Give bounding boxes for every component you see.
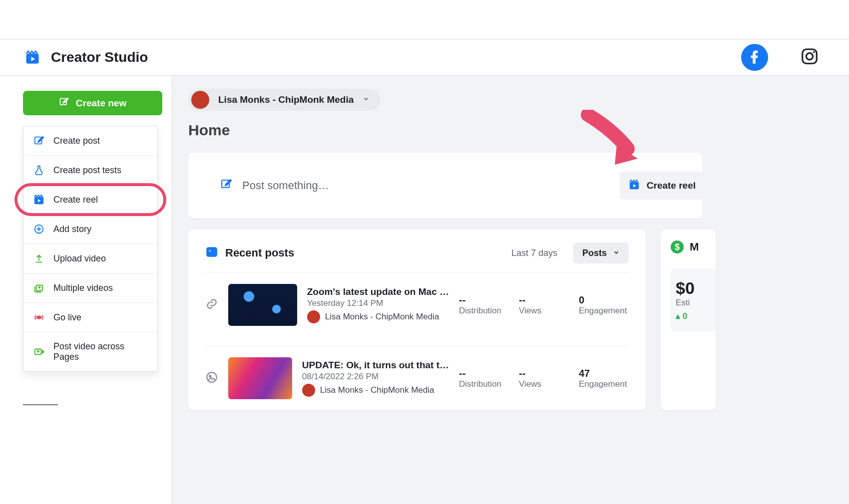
post-date: Yesterday 12:14 PM bbox=[307, 298, 449, 308]
menu-item-label: Multiple videos bbox=[53, 283, 113, 293]
brand-title: Creator Studio bbox=[51, 49, 148, 65]
menu-post-across-pages[interactable]: Post video across Pages bbox=[23, 332, 157, 371]
menu-item-label: Upload video bbox=[53, 253, 106, 264]
post-row[interactable]: UPDATE: Ok, it turns out that t… 08/14/2… bbox=[205, 346, 629, 410]
reel-icon bbox=[629, 179, 640, 193]
metric-value: -- bbox=[459, 368, 509, 379]
posts-filter-label: Posts bbox=[582, 248, 607, 258]
menu-multiple-videos[interactable]: Multiple videos bbox=[23, 273, 157, 303]
menu-add-story[interactable]: Add story bbox=[23, 215, 157, 244]
money-subtitle: Esti bbox=[676, 298, 711, 308]
recent-posts-heading: Recent posts bbox=[225, 247, 294, 259]
create-new-button[interactable]: Create new bbox=[23, 91, 162, 115]
post-author: Lisa Monks - ChipMonk Media bbox=[320, 385, 434, 395]
metric-label: Views bbox=[519, 306, 569, 316]
app-header: Creator Studio bbox=[0, 39, 849, 75]
post-author: Lisa Monks - ChipMonk Media bbox=[325, 312, 439, 322]
menu-item-label: Post video across Pages bbox=[53, 341, 147, 362]
avatar bbox=[302, 384, 315, 397]
compose-icon bbox=[59, 97, 69, 109]
account-name: Lisa Monks - ChipMonk Media bbox=[218, 94, 354, 105]
menu-upload-video[interactable]: Upload video bbox=[23, 244, 157, 273]
live-icon bbox=[33, 312, 44, 323]
account-selector[interactable]: Lisa Monks - ChipMonk Media bbox=[188, 89, 381, 111]
metric-value: 0 bbox=[579, 294, 629, 306]
svg-point-19 bbox=[209, 375, 211, 377]
post-title: Zoom's latest update on Mac … bbox=[307, 286, 449, 297]
arrow-annotation-icon bbox=[578, 110, 648, 172]
monetization-card: $ M $0 Esti ▴ 0 bbox=[661, 230, 716, 410]
main-content: Lisa Monks - ChipMonk Media Home Post so… bbox=[172, 76, 849, 504]
compose-icon bbox=[220, 178, 232, 193]
instagram-tab-icon[interactable] bbox=[800, 47, 819, 68]
svg-rect-17 bbox=[209, 253, 216, 254]
recent-range: Last 7 days bbox=[511, 248, 557, 258]
metric-label: Engagement bbox=[579, 306, 629, 316]
post-thumbnail bbox=[228, 357, 292, 399]
upload-icon bbox=[33, 253, 44, 264]
posts-filter[interactable]: Posts bbox=[573, 243, 629, 263]
menu-item-label: Create post bbox=[53, 136, 100, 146]
facebook-tab-icon[interactable] bbox=[741, 44, 768, 71]
chevron-down-icon bbox=[613, 248, 620, 258]
menu-create-reel[interactable]: Create reel bbox=[23, 185, 157, 215]
metric-label: Views bbox=[519, 379, 569, 389]
svg-point-3 bbox=[813, 51, 815, 53]
metric-value: 47 bbox=[579, 368, 629, 379]
menu-item-label: Create reel bbox=[53, 195, 98, 205]
menu-item-label: Add story bbox=[53, 224, 91, 235]
plus-circle-icon bbox=[33, 224, 44, 235]
cross-post-icon bbox=[33, 346, 44, 357]
link-icon bbox=[205, 297, 218, 312]
post-date: 08/14/2022 2:26 PM bbox=[302, 372, 449, 382]
avatar bbox=[191, 91, 209, 109]
svg-rect-16 bbox=[212, 252, 216, 252]
menu-item-label: Go live bbox=[53, 312, 81, 323]
post-thumbnail bbox=[228, 284, 297, 326]
create-reel-button[interactable]: Create reel bbox=[620, 172, 705, 200]
recent-posts-icon bbox=[205, 246, 218, 260]
monetization-heading: M bbox=[690, 241, 699, 253]
create-new-label: Create new bbox=[76, 98, 126, 109]
menu-item-label: Create post tests bbox=[53, 165, 121, 176]
composer-card: Post something… Create reel bbox=[188, 153, 703, 219]
image-icon bbox=[205, 371, 218, 386]
metric-label: Engagement bbox=[579, 379, 629, 389]
post-row[interactable]: Zoom's latest update on Mac … Yesterday … bbox=[205, 272, 629, 337]
post-something[interactable]: Post something… bbox=[220, 178, 329, 193]
create-dropdown: Create post Create post tests Create ree… bbox=[23, 126, 158, 372]
flask-icon bbox=[33, 165, 44, 176]
divider bbox=[23, 404, 58, 405]
metric-value: -- bbox=[519, 368, 569, 379]
post-title: UPDATE: Ok, it turns out that t… bbox=[302, 360, 449, 371]
money-amount: $0 bbox=[676, 278, 711, 298]
create-reel-label: Create reel bbox=[647, 180, 696, 191]
page-title: Home bbox=[188, 122, 849, 139]
avatar bbox=[307, 310, 320, 323]
reel-icon bbox=[33, 194, 44, 205]
brand: Creator Studio bbox=[25, 49, 148, 65]
metric-value: -- bbox=[519, 294, 569, 306]
sidebar: Create new Create post Create post tests bbox=[0, 76, 172, 504]
svg-point-2 bbox=[806, 53, 813, 59]
compose-icon bbox=[33, 135, 44, 146]
svg-rect-14 bbox=[209, 250, 211, 252]
chevron-down-icon bbox=[363, 95, 370, 104]
menu-create-post-tests[interactable]: Create post tests bbox=[23, 156, 157, 185]
composer-placeholder: Post something… bbox=[242, 179, 329, 192]
recent-posts-card: Recent posts Last 7 days Posts bbox=[188, 230, 646, 410]
svg-rect-15 bbox=[212, 250, 216, 251]
metric-value: -- bbox=[459, 294, 509, 306]
menu-go-live[interactable]: Go live bbox=[23, 303, 157, 332]
menu-create-post[interactable]: Create post bbox=[23, 126, 157, 156]
creator-studio-logo-icon bbox=[25, 50, 40, 65]
metric-label: Distribution bbox=[459, 379, 509, 389]
dollar-icon: $ bbox=[671, 241, 684, 253]
money-delta: 0 bbox=[683, 311, 687, 321]
multi-video-icon bbox=[33, 282, 44, 293]
metric-label: Distribution bbox=[459, 306, 509, 316]
svg-point-9 bbox=[37, 316, 40, 319]
